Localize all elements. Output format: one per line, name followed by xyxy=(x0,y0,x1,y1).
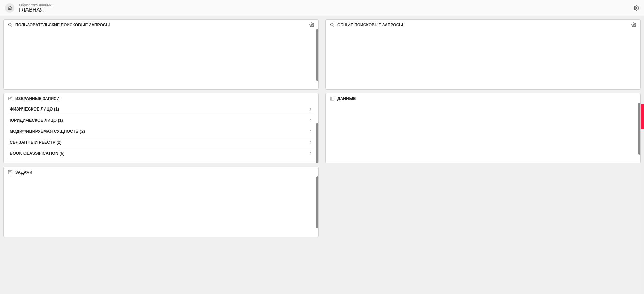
panel-body xyxy=(326,104,640,163)
left-column: ПОЛЬЗОВАТЕЛЬСКИЕ ПОИСКОВЫЕ ЗАПРОСЫ ИЗБРА… xyxy=(3,19,319,291)
list-item-label: МОДИФИЦИРУЕМАЯ СУЩНОСТЬ (2) xyxy=(10,129,85,134)
panel-title: ЗАДАЧИ xyxy=(15,170,314,175)
panel-title: ДАННЫЕ xyxy=(337,96,636,101)
header-titles: Обработка данных ГЛАВНАЯ xyxy=(19,3,52,13)
chevron-right-icon xyxy=(309,141,312,144)
favorites-list: ФИЗИЧЕСКОЕ ЛИЦО (1) ЮРИДИЧЕСКОЕ ЛИЦО (1)… xyxy=(4,104,318,159)
scrollbar[interactable] xyxy=(638,103,640,155)
panel-body xyxy=(4,177,318,237)
list-item-label: СВЯЗАННЫЙ РЕЕСТР (2) xyxy=(10,140,62,145)
panel-header: ДАННЫЕ xyxy=(326,93,640,104)
panel-header: ЗАДАЧИ xyxy=(4,167,318,177)
search-icon xyxy=(330,22,335,27)
checklist-icon xyxy=(8,170,13,175)
scrollbar[interactable] xyxy=(316,29,318,81)
panel-title: ИЗБРАННЫЕ ЗАПИСИ xyxy=(15,96,314,101)
page-title: ГЛАВНАЯ xyxy=(19,7,52,13)
page-scrollbar-track[interactable] xyxy=(641,16,644,294)
list-item[interactable]: МОДИФИЦИРУЕМАЯ СУЩНОСТЬ (2) xyxy=(8,126,314,137)
breadcrumb: Обработка данных xyxy=(19,3,52,7)
search-icon xyxy=(8,22,13,27)
svg-point-7 xyxy=(633,24,635,26)
panel-settings-button[interactable] xyxy=(309,22,314,27)
chevron-right-icon xyxy=(309,152,312,155)
gear-icon xyxy=(634,5,639,11)
svg-point-3 xyxy=(311,24,313,26)
right-column: ОБЩИЕ ПОИСКОВЫЕ ЗАПРОСЫ ДАННЫЕ xyxy=(325,19,641,291)
chevron-right-icon xyxy=(309,119,312,122)
page-scrollbar-thumb[interactable] xyxy=(641,104,644,129)
svg-rect-8 xyxy=(330,97,334,100)
panel-settings-button[interactable] xyxy=(631,22,636,27)
panel-tasks: ЗАДАЧИ xyxy=(3,167,319,237)
panel-body: ФИЗИЧЕСКОЕ ЛИЦО (1) ЮРИДИЧЕСКОЕ ЛИЦО (1)… xyxy=(4,104,318,163)
panel-header: ОБЩИЕ ПОИСКОВЫЕ ЗАПРОСЫ xyxy=(326,20,640,30)
home-icon xyxy=(7,5,12,10)
home-button[interactable] xyxy=(5,3,14,13)
panel-favorites: ИЗБРАННЫЕ ЗАПИСИ ФИЗИЧЕСКОЕ ЛИЦО (1) ЮРИ… xyxy=(3,93,319,163)
svg-point-1 xyxy=(9,23,11,26)
gear-icon xyxy=(631,22,636,27)
list-item[interactable]: ЮРИДИЧЕСКОЕ ЛИЦО (1) xyxy=(8,115,314,126)
panel-body xyxy=(326,30,640,89)
svg-point-5 xyxy=(331,23,333,26)
list-item[interactable]: BOOK CLASSIFICATION (6) xyxy=(8,148,314,159)
folder-star-icon xyxy=(8,96,13,101)
panel-data: ДАННЫЕ xyxy=(325,93,641,163)
list-item-label: ФИЗИЧЕСКОЕ ЛИЦО (1) xyxy=(10,107,59,112)
table-icon xyxy=(330,96,335,101)
panel-title: ПОЛЬЗОВАТЕЛЬСКИЕ ПОИСКОВЫЕ ЗАПРОСЫ xyxy=(15,23,309,27)
scrollbar[interactable] xyxy=(316,176,318,228)
gear-icon xyxy=(309,22,314,27)
panel-user-searches: ПОЛЬЗОВАТЕЛЬСКИЕ ПОИСКОВЫЕ ЗАПРОСЫ xyxy=(3,19,319,90)
panel-header: ПОЛЬЗОВАТЕЛЬСКИЕ ПОИСКОВЫЕ ЗАПРОСЫ xyxy=(4,20,318,30)
list-item-label: BOOK CLASSIFICATION (6) xyxy=(10,151,65,156)
scrollbar[interactable] xyxy=(316,123,318,163)
list-item[interactable]: СВЯЗАННЫЙ РЕЕСТР (2) xyxy=(8,137,314,148)
settings-button[interactable] xyxy=(634,5,639,11)
app-header: Обработка данных ГЛАВНАЯ xyxy=(0,0,644,16)
list-item[interactable]: ФИЗИЧЕСКОЕ ЛИЦО (1) xyxy=(8,104,314,115)
list-item-label: ЮРИДИЧЕСКОЕ ЛИЦО (1) xyxy=(10,118,63,123)
panel-header: ИЗБРАННЫЕ ЗАПИСИ xyxy=(4,93,318,104)
panel-body xyxy=(4,30,318,89)
svg-line-6 xyxy=(333,26,334,27)
panel-title: ОБЩИЕ ПОИСКОВЫЕ ЗАПРОСЫ xyxy=(337,23,631,27)
svg-point-0 xyxy=(636,7,637,9)
panel-common-searches: ОБЩИЕ ПОИСКОВЫЕ ЗАПРОСЫ xyxy=(325,19,641,90)
svg-line-2 xyxy=(11,26,12,27)
main-content: ПОЛЬЗОВАТЕЛЬСКИЕ ПОИСКОВЫЕ ЗАПРОСЫ ИЗБРА… xyxy=(0,16,644,294)
chevron-right-icon xyxy=(309,107,312,111)
chevron-right-icon xyxy=(309,130,312,133)
